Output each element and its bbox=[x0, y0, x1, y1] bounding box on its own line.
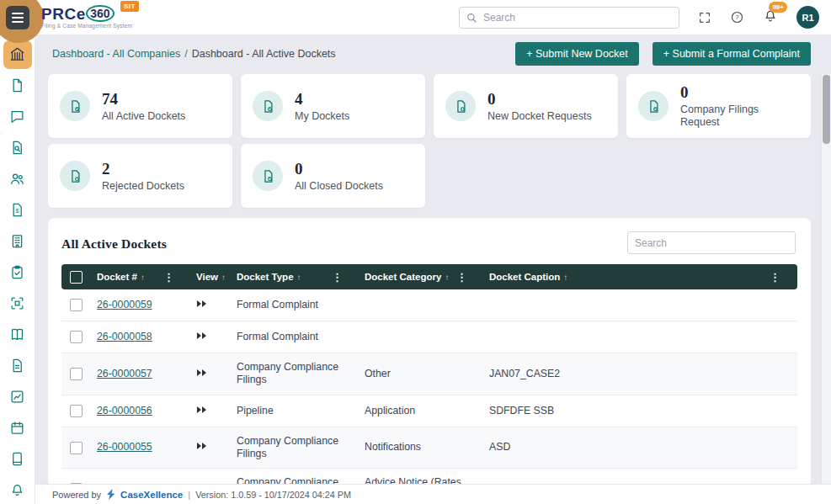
row-checkbox[interactable] bbox=[70, 442, 83, 454]
fullscreen-button[interactable] bbox=[698, 11, 711, 24]
sidebar-item-scan[interactable] bbox=[0, 288, 35, 319]
row-checkbox[interactable] bbox=[70, 368, 83, 380]
app-logo: PRCe360 Filing & Case Management System bbox=[41, 5, 132, 29]
sidebar-item-filings[interactable]: $ bbox=[0, 194, 35, 225]
fast-forward-icon bbox=[196, 300, 208, 308]
fast-forward-icon bbox=[196, 332, 208, 340]
search-input[interactable] bbox=[459, 7, 679, 29]
fast-forward-icon bbox=[196, 369, 208, 377]
stat-card-all-closed-dockets[interactable]: 0All Closed Dockets bbox=[241, 144, 425, 208]
casexellence-brand[interactable]: CaseXellence bbox=[120, 490, 183, 500]
column-menu-icon[interactable]: ⋮ bbox=[332, 272, 343, 283]
calendar-icon bbox=[9, 420, 25, 436]
vertical-scrollbar[interactable] bbox=[821, 74, 831, 484]
view-docket-button[interactable] bbox=[196, 406, 208, 414]
docket-category-cell: Other bbox=[360, 353, 484, 395]
docket-link[interactable]: 26-0000057 bbox=[97, 368, 152, 379]
sidebar-item-organizations[interactable] bbox=[0, 225, 35, 257]
docket-link[interactable]: 26-0000058 bbox=[97, 331, 152, 342]
row-checkbox[interactable] bbox=[70, 405, 83, 417]
scrollbar-thumb[interactable] bbox=[823, 75, 830, 144]
sidebar-item-calendar[interactable] bbox=[0, 412, 35, 443]
stat-card-company-filings-request[interactable]: 0Company Filings Request bbox=[626, 74, 811, 138]
column-menu-icon[interactable]: ⋮ bbox=[163, 272, 174, 283]
docket-category-cell bbox=[360, 321, 484, 353]
sidebar-item-notifications[interactable] bbox=[0, 475, 35, 504]
row-checkbox[interactable] bbox=[70, 299, 83, 311]
stat-card-all-active-dockets[interactable]: 74All Active Dockets bbox=[48, 74, 232, 138]
docket-stat-icon bbox=[445, 91, 476, 121]
column-header-view[interactable]: View↑ bbox=[191, 264, 232, 289]
docket-type-cell: Formal Complaint bbox=[232, 321, 360, 353]
docket-link[interactable]: 26-0000059 bbox=[97, 299, 152, 310]
fullscreen-icon bbox=[698, 11, 711, 24]
menu-toggle-button[interactable] bbox=[6, 6, 29, 29]
docket-type-cell: Formal Complaint bbox=[232, 289, 360, 321]
stat-value: 4 bbox=[295, 90, 349, 109]
docket-type-cell: Company Compliance Filings bbox=[232, 469, 360, 484]
sidebar-item-tasks[interactable] bbox=[0, 257, 35, 288]
view-docket-button[interactable] bbox=[196, 442, 208, 450]
docket-caption-cell: JAN07_CASE2 bbox=[484, 353, 797, 395]
row-checkbox[interactable] bbox=[70, 331, 83, 343]
docket-stat-icon bbox=[638, 91, 669, 121]
sidebar-item-messages[interactable] bbox=[0, 101, 35, 132]
fast-forward-icon bbox=[196, 442, 208, 450]
docket-caption-cell bbox=[484, 289, 797, 321]
breadcrumb-link[interactable]: Dashboard - All Companies bbox=[52, 48, 180, 60]
submit-formal-complaint-button[interactable]: + Submit a Formal Complaint bbox=[653, 42, 811, 66]
docket-caption-cell: ASD bbox=[484, 427, 797, 470]
main-content: Dashboard - All Companies/Dashboard - Al… bbox=[35, 35, 831, 484]
sidebar-item-library[interactable] bbox=[0, 319, 35, 350]
stat-card-my-dockets[interactable]: 4My Dockets bbox=[241, 74, 425, 138]
table-row: 26-0000058 Formal Complaint bbox=[61, 321, 797, 353]
select-all-checkbox[interactable] bbox=[70, 271, 83, 284]
sidebar-item-documents[interactable] bbox=[0, 350, 35, 381]
docket-link[interactable]: 26-0000056 bbox=[97, 405, 152, 416]
sidebar-item-docket-search[interactable] bbox=[0, 132, 35, 163]
stat-label: New Docket Requests bbox=[487, 110, 592, 123]
docket-type-cell: Company Compliance Filings bbox=[232, 427, 360, 470]
sidebar-item-companies[interactable] bbox=[0, 39, 35, 70]
table-search-input[interactable] bbox=[627, 231, 796, 254]
bell-icon bbox=[9, 482, 25, 498]
table-header-row: Docket #↑⋮ View↑ Docket Type↑⋮ Docket Ca… bbox=[61, 264, 797, 289]
breadcrumb-current: Dashboard - All Active Dockets bbox=[192, 48, 336, 60]
stat-card-rejected-dockets[interactable]: 2Rejected Dockets bbox=[48, 144, 232, 208]
users-icon bbox=[9, 171, 25, 187]
view-docket-button[interactable] bbox=[196, 369, 208, 377]
view-docket-button[interactable] bbox=[196, 300, 208, 308]
column-header-docket-caption[interactable]: Docket Caption↑⋮ bbox=[484, 264, 797, 289]
sidebar-item-users[interactable] bbox=[0, 163, 35, 194]
docket-stat-icon bbox=[60, 91, 90, 121]
column-header-docket-category[interactable]: Docket Category↑⋮ bbox=[360, 264, 484, 289]
column-header-docket-type[interactable]: Docket Type↑⋮ bbox=[232, 264, 360, 289]
stat-card-new-docket-requests[interactable]: 0New Docket Requests bbox=[434, 74, 618, 138]
sidebar-item-guide[interactable] bbox=[0, 443, 35, 475]
topbar: PRCe360 Filing & Case Management System … bbox=[0, 0, 831, 35]
help-button[interactable]: ? bbox=[730, 10, 744, 24]
column-header-docket[interactable]: Docket #↑⋮ bbox=[92, 264, 191, 289]
stat-label: All Active Dockets bbox=[102, 110, 185, 123]
docket-caption-cell bbox=[484, 321, 797, 353]
docket-category-cell: Advice Notice (Rates, Rules, and Forms) bbox=[360, 469, 484, 484]
docket-type-cell: Company Compliance Filings bbox=[232, 353, 360, 395]
sidebar-item-dockets[interactable] bbox=[0, 70, 35, 101]
docket-link[interactable]: 26-0000055 bbox=[97, 441, 152, 453]
file-text-icon bbox=[9, 358, 25, 374]
column-menu-icon[interactable]: ⋮ bbox=[456, 272, 467, 283]
table-row: 26-0000057 Company Compliance Filings Ot… bbox=[61, 353, 797, 395]
stat-label: Rejected Dockets bbox=[102, 180, 184, 193]
notifications-button[interactable]: 99+ bbox=[763, 8, 778, 27]
table-menu-icon[interactable]: ⋮ bbox=[770, 272, 780, 283]
docket-caption-cell: SDFDFE SSB bbox=[484, 395, 797, 427]
table-row: 26-0000054 Company Compliance Filings Ad… bbox=[61, 469, 797, 484]
table-row: 26-0000059 Formal Complaint bbox=[61, 289, 797, 321]
scan-icon bbox=[9, 295, 25, 311]
sidebar-item-reports[interactable] bbox=[0, 381, 35, 412]
clipboard-check-icon bbox=[9, 264, 25, 280]
submit-new-docket-button[interactable]: + Submit New Docket bbox=[515, 42, 639, 66]
view-docket-button[interactable] bbox=[196, 332, 208, 340]
docket-caption-cell: TRANSCRIPTION 2 bbox=[484, 469, 797, 484]
avatar[interactable]: R1 bbox=[796, 6, 819, 29]
